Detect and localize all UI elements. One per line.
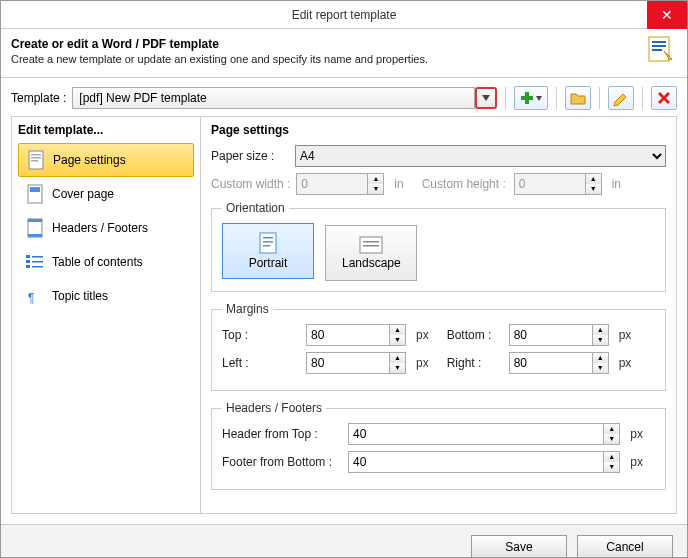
header-from-top-label: Header from Top : xyxy=(222,427,342,441)
svg-rect-18 xyxy=(32,261,43,263)
sidebar-item-label: Page settings xyxy=(53,153,126,167)
margin-right-label: Right : xyxy=(447,356,503,370)
svg-rect-7 xyxy=(31,154,41,156)
svg-rect-8 xyxy=(31,157,41,159)
svg-rect-3 xyxy=(652,49,662,51)
svg-rect-9 xyxy=(31,160,38,162)
margin-bottom-label: Bottom : xyxy=(447,328,503,342)
save-button[interactable]: Save xyxy=(471,535,567,559)
margins-legend: Margins xyxy=(222,302,273,316)
sidebar-item-label: Table of contents xyxy=(52,255,143,269)
sidebar-item-label: Cover page xyxy=(52,187,114,201)
sidebar-item-headers-footers[interactable]: Headers / Footers xyxy=(18,211,194,245)
hf-legend: Headers / Footers xyxy=(222,401,326,415)
sidebar-title: Edit template... xyxy=(18,123,194,137)
sidebar-item-label: Topic titles xyxy=(52,289,108,303)
close-button[interactable]: ✕ xyxy=(647,1,687,29)
svg-rect-23 xyxy=(263,237,273,239)
svg-rect-11 xyxy=(30,187,40,192)
svg-rect-24 xyxy=(263,241,273,243)
svg-rect-17 xyxy=(26,260,30,263)
header-subtitle: Create a new template or update an exist… xyxy=(11,53,677,65)
template-select[interactable]: [pdf] New PDF template xyxy=(72,87,475,109)
template-dropdown-caret[interactable] xyxy=(475,87,497,109)
svg-rect-28 xyxy=(363,245,379,247)
svg-rect-5 xyxy=(521,96,533,100)
height-unit: in xyxy=(612,177,621,191)
svg-rect-27 xyxy=(363,241,379,243)
main-panel: Page settings Paper size : A4 Custom wid… xyxy=(201,116,677,514)
header: Create or edit a Word / PDF template Cre… xyxy=(1,29,687,71)
custom-height-label: Custom height : xyxy=(422,177,508,191)
hf-group: Headers / Footers Header from Top : ▲▼ p… xyxy=(211,401,666,490)
margin-left-label: Left : xyxy=(222,356,300,370)
margin-top-input[interactable]: ▲▼ xyxy=(306,324,406,346)
custom-width-label: Custom width : xyxy=(211,177,290,191)
sidebar-item-label: Headers / Footers xyxy=(52,221,148,235)
margin-right-input[interactable]: ▲▼ xyxy=(509,352,609,374)
delete-template-button[interactable] xyxy=(651,86,677,110)
orientation-legend: Orientation xyxy=(222,201,289,215)
svg-rect-19 xyxy=(26,265,30,268)
svg-rect-14 xyxy=(28,234,42,237)
dialog-footer: Save Cancel xyxy=(1,524,687,558)
toc-icon xyxy=(26,252,44,272)
footer-from-bottom-input[interactable]: ▲▼ xyxy=(348,451,620,473)
sidebar-item-page-settings[interactable]: Page settings xyxy=(18,143,194,177)
svg-rect-20 xyxy=(32,266,43,268)
header-from-top-input[interactable]: ▲▼ xyxy=(348,423,620,445)
paper-size-select[interactable]: A4 xyxy=(295,145,666,167)
footer-from-bottom-label: Footer from Bottom : xyxy=(222,455,342,469)
svg-rect-25 xyxy=(263,245,270,247)
margins-group: Margins Top : ▲▼ px Bottom : ▲▼ px Left … xyxy=(211,302,666,391)
orientation-group: Orientation Portrait Landscape xyxy=(211,201,666,292)
landscape-button[interactable]: Landscape xyxy=(325,225,417,281)
margin-left-input[interactable]: ▲▼ xyxy=(306,352,406,374)
panel-title: Page settings xyxy=(211,123,666,137)
margin-bottom-input[interactable]: ▲▼ xyxy=(509,324,609,346)
open-folder-button[interactable] xyxy=(565,86,591,110)
width-unit: in xyxy=(394,177,403,191)
sidebar-item-topic-titles[interactable]: ¶ Topic titles xyxy=(18,279,194,313)
cover-icon xyxy=(26,184,44,204)
sidebar-item-cover-page[interactable]: Cover page xyxy=(18,177,194,211)
sidebar-item-toc[interactable]: Table of contents xyxy=(18,245,194,279)
title-bar: Edit report template ✕ xyxy=(1,1,687,29)
sidebar: Edit template... Page settings Cover pag… xyxy=(11,116,201,514)
template-icon xyxy=(647,35,675,63)
window-title: Edit report template xyxy=(292,8,397,22)
svg-rect-1 xyxy=(652,41,666,43)
svg-rect-22 xyxy=(260,233,276,253)
custom-height-input: ▲▼ xyxy=(514,173,602,195)
template-label: Template : xyxy=(11,91,66,105)
landscape-icon xyxy=(359,236,383,254)
margin-top-label: Top : xyxy=(222,328,300,342)
svg-rect-2 xyxy=(652,45,666,47)
add-template-button[interactable] xyxy=(514,86,548,110)
svg-rect-16 xyxy=(32,256,43,258)
page-icon xyxy=(27,150,45,170)
cancel-button[interactable]: Cancel xyxy=(577,535,673,559)
svg-text:¶: ¶ xyxy=(28,291,34,305)
custom-width-input: ▲▼ xyxy=(296,173,384,195)
header-title: Create or edit a Word / PDF template xyxy=(11,37,677,51)
pilcrow-icon: ¶ xyxy=(26,286,44,306)
svg-rect-13 xyxy=(28,219,42,222)
svg-rect-15 xyxy=(26,255,30,258)
paper-size-label: Paper size : xyxy=(211,149,289,163)
hf-icon xyxy=(26,218,44,238)
edit-template-button[interactable] xyxy=(608,86,634,110)
template-row: Template : [pdf] New PDF template xyxy=(1,78,687,116)
portrait-icon xyxy=(259,232,277,254)
portrait-button[interactable]: Portrait xyxy=(222,223,314,279)
